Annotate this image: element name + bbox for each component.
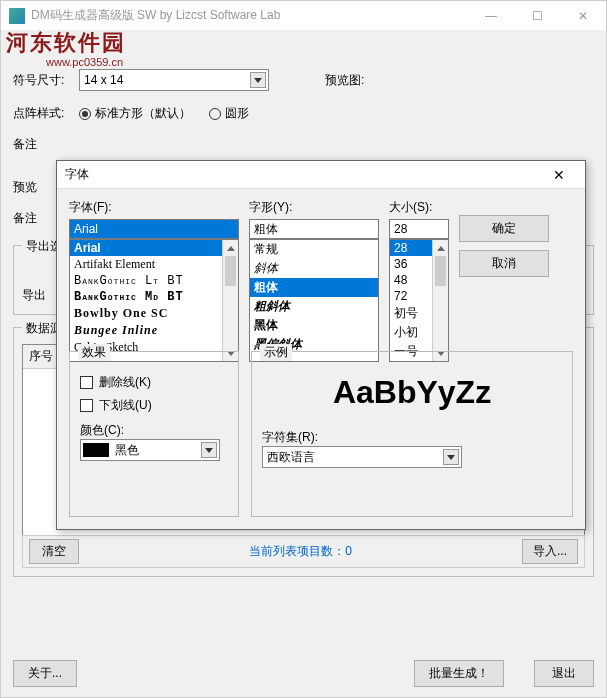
font-size-label: 大小(S): [389, 199, 449, 216]
strikeout-label: 删除线(K) [99, 374, 151, 391]
font-item-bankgothic-md[interactable]: BankGothic Md BT [70, 289, 238, 305]
scroll-thumb[interactable] [225, 256, 236, 286]
font-size-column: 大小(S): 28 36 48 72 初号 小初 一号 [389, 199, 449, 362]
font-family-input[interactable] [69, 219, 239, 239]
radio-icon [209, 108, 221, 120]
font-dialog-title: 字体 [65, 166, 541, 183]
font-style-label: 字形(Y): [249, 199, 379, 216]
size-list-scrollbar[interactable] [432, 240, 448, 361]
font-dialog: 字体 ✕ 字体(F): Arial Artifakt Element BankG… [56, 160, 586, 530]
script-combo[interactable]: 西欧语言 [262, 446, 462, 468]
remark-label: 备注 [13, 136, 73, 153]
font-style-input[interactable] [249, 219, 379, 239]
chevron-down-icon[interactable] [443, 449, 459, 465]
chevron-down-icon[interactable] [250, 72, 266, 88]
font-family-label: 字体(F): [69, 199, 239, 216]
exit-button[interactable]: 退出 [534, 660, 594, 687]
window-title: DM码生成器高级版 SW by Lizcst Software Lab [31, 7, 468, 24]
symbol-size-value: 14 x 14 [84, 73, 123, 87]
style-item-regular[interactable]: 常规 [250, 240, 378, 259]
maximize-button[interactable]: ☐ [514, 1, 560, 31]
style-item-black[interactable]: 黑体 [250, 316, 378, 335]
scroll-thumb[interactable] [435, 256, 446, 286]
scroll-up-icon[interactable] [433, 240, 448, 256]
export-label: 导出 [22, 287, 46, 304]
sample-group: 示例 AaBbYyZz 字符集(R): 西欧语言 [251, 351, 573, 517]
font-item-arial[interactable]: Arial [70, 240, 238, 256]
radio-icon [79, 108, 91, 120]
font-dialog-close-button[interactable]: ✕ [541, 162, 577, 188]
font-item-bowlby[interactable]: Bowlby One SC [70, 305, 238, 322]
cancel-button[interactable]: 取消 [459, 250, 549, 277]
underline-label: 下划线(U) [99, 397, 152, 414]
style-item-bolditalic[interactable]: 粗斜体 [250, 297, 378, 316]
radio-square-label: 标准方形（默认） [95, 105, 191, 122]
about-button[interactable]: 关于... [13, 660, 77, 687]
strikeout-checkbox[interactable] [80, 376, 93, 389]
script-value: 西欧语言 [267, 449, 315, 466]
symbol-size-label: 符号尺寸: [13, 72, 73, 89]
status-text: 当前列表项目数：0 [79, 543, 522, 560]
sample-text: AaBbYyZz [262, 374, 562, 411]
script-label: 字符集(R): [262, 429, 562, 446]
main-titlebar: DM码生成器高级版 SW by Lizcst Software Lab — ☐ … [1, 1, 606, 31]
radio-circle-label: 圆形 [225, 105, 249, 122]
font-buttons-column: 确定 取消 [459, 199, 549, 362]
style-item-bold[interactable]: 粗体 [250, 278, 378, 297]
app-icon [9, 8, 25, 24]
underline-checkbox-row[interactable]: 下划线(U) [80, 397, 228, 414]
color-value: 黑色 [115, 442, 139, 459]
effects-group: 效果 删除线(K) 下划线(U) 颜色(C): 黑色 [69, 351, 239, 517]
symbol-size-combo[interactable]: 14 x 14 [79, 69, 269, 91]
font-size-list[interactable]: 28 36 48 72 初号 小初 一号 [389, 239, 449, 362]
ok-button[interactable]: 确定 [459, 215, 549, 242]
font-style-column: 字形(Y): 常规 斜体 粗体 粗斜体 黑体 黑偏斜体 [249, 199, 379, 362]
underline-checkbox[interactable] [80, 399, 93, 412]
font-item-artifakt[interactable]: Artifakt Element [70, 256, 238, 273]
sample-label: 示例 [260, 344, 292, 361]
preview-label: 预览图: [325, 72, 364, 89]
scroll-up-icon[interactable] [223, 240, 238, 256]
style-item-italic[interactable]: 斜体 [250, 259, 378, 278]
close-button[interactable]: ✕ [560, 1, 606, 31]
color-label: 颜色(C): [80, 422, 228, 439]
effects-label: 效果 [78, 344, 110, 361]
font-item-bankgothic-lt[interactable]: BankGothic Lt BT [70, 273, 238, 289]
font-list-scrollbar[interactable] [222, 240, 238, 361]
font-item-bungee[interactable]: Bungee Inline [70, 322, 238, 339]
clear-button[interactable]: 清空 [29, 539, 79, 564]
radio-circle[interactable]: 圆形 [209, 105, 249, 122]
font-family-column: 字体(F): Arial Artifakt Element BankGothic… [69, 199, 239, 362]
minimize-button[interactable]: — [468, 1, 514, 31]
batch-generate-button[interactable]: 批量生成！ [414, 660, 504, 687]
dotmatrix-label: 点阵样式: [13, 105, 73, 122]
color-combo[interactable]: 黑色 [80, 439, 220, 461]
font-size-input[interactable] [389, 219, 449, 239]
font-dialog-titlebar: 字体 ✕ [57, 161, 585, 189]
radio-square[interactable]: 标准方形（默认） [79, 105, 191, 122]
color-swatch [83, 443, 109, 457]
import-button[interactable]: 导入... [522, 539, 578, 564]
chevron-down-icon[interactable] [201, 442, 217, 458]
strikeout-checkbox-row[interactable]: 删除线(K) [80, 374, 228, 391]
